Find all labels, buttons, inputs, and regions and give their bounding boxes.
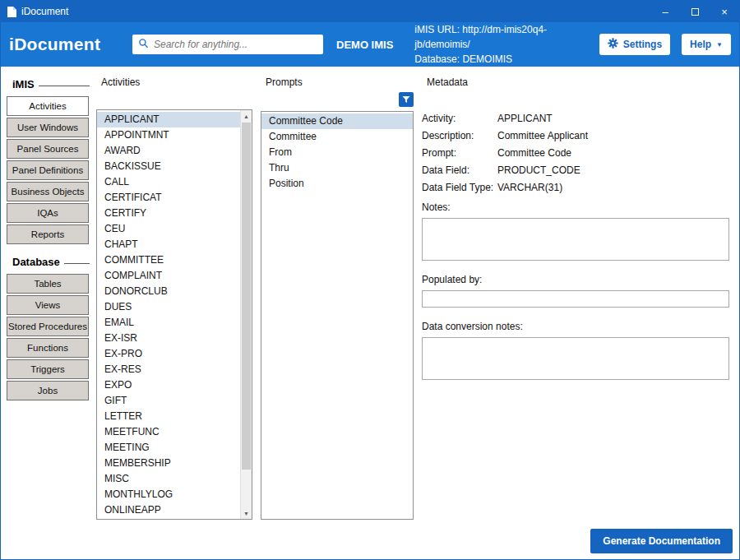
activity-list-item[interactable]: CERTIFICAT <box>97 190 240 206</box>
sidebar-tab[interactable]: Reports <box>7 224 89 244</box>
activity-list-item[interactable]: CALL <box>97 174 240 190</box>
document-icon <box>7 7 16 17</box>
sidebar-tab[interactable]: Triggers <box>7 359 89 379</box>
scroll-down-icon[interactable]: ▼ <box>241 507 252 519</box>
sidebar-tab[interactable]: Panel Definitions <box>7 160 89 180</box>
titlebar: iDocument – × <box>1 1 739 22</box>
footer: Generate Documentation <box>1 528 739 559</box>
activity-list-item[interactable]: DONORCLUB <box>97 284 240 299</box>
app-body: iMIS ActivitiesUser WindowsPanel Sources… <box>1 67 739 528</box>
sidebar-tab[interactable]: Panel Sources <box>7 139 89 159</box>
activity-list-item[interactable]: MEMBERSHIP <box>97 456 240 471</box>
filter-icon[interactable] <box>399 92 414 107</box>
activity-list-item[interactable]: CHAPT <box>97 237 240 252</box>
window-controls: – × <box>650 1 739 22</box>
sidebar-tabs-database: TablesViewsStored ProceduresFunctionsTri… <box>6 274 90 400</box>
sidebar-section-imis: iMIS ActivitiesUser WindowsPanel Sources… <box>6 78 90 244</box>
prompt-list-item[interactable]: Committee <box>261 129 413 145</box>
environment-label: DEMO IMIS <box>336 39 393 51</box>
sidebar-tab[interactable]: User Windows <box>7 118 89 137</box>
app-header: iDocument DEMO IMIS iMIS URL: http://dm-… <box>1 22 739 67</box>
metadata-field-label: Data Field Type: <box>422 182 497 193</box>
prompts-column-title: Prompts <box>266 76 414 90</box>
prompts-toolbar <box>261 90 414 111</box>
scroll-up-icon[interactable]: ▲ <box>241 110 252 122</box>
search-box[interactable] <box>132 35 323 54</box>
prompt-list-item[interactable]: From <box>261 145 413 160</box>
prompt-list-item[interactable]: Thru <box>261 160 413 176</box>
sidebar-tab[interactable]: Jobs <box>7 381 89 400</box>
activity-list-item[interactable]: CERTIFY <box>97 206 240 221</box>
activity-list-item[interactable]: EX-ISR <box>97 331 240 346</box>
metadata-field-value: PRODUCT_CODE <box>497 164 580 176</box>
activity-list-item[interactable]: MONTHLYLOG <box>97 487 240 502</box>
activity-list-item[interactable]: COMPLAINT <box>97 268 240 284</box>
activity-list-item[interactable]: EX-PRO <box>97 346 240 362</box>
activity-list-item[interactable]: APPOINTMNT <box>97 127 240 143</box>
activity-list-item[interactable]: ORDER <box>97 518 240 519</box>
settings-button-label: Settings <box>623 39 662 50</box>
sidebar-tab[interactable]: Views <box>7 295 89 315</box>
notes-label: Notes: <box>422 201 729 213</box>
activity-list-item[interactable]: CEU <box>97 221 240 237</box>
metadata-field-value: Committee Code <box>497 147 571 159</box>
activity-list-item[interactable]: ONLINEAPP <box>97 502 240 518</box>
metadata-row: Data Field: PRODUCT_CODE <box>422 164 729 176</box>
divider <box>64 263 90 264</box>
metadata-field-value: Committee Applicant <box>497 130 588 141</box>
activity-list-item[interactable]: LETTER <box>97 409 240 424</box>
minimize-button[interactable]: – <box>650 1 680 22</box>
maximize-button[interactable] <box>680 1 710 22</box>
activity-list-item[interactable]: DUES <box>97 299 240 315</box>
metadata-row: Activity: APPLICANT <box>422 113 729 124</box>
sidebar-tab[interactable]: Activities <box>7 96 89 116</box>
prompt-list-item[interactable]: Committee Code <box>261 113 413 129</box>
activity-list-item[interactable]: COMMITTEE <box>97 252 240 268</box>
activity-list-item[interactable]: BACKISSUE <box>97 159 240 174</box>
settings-button[interactable]: Settings <box>599 34 670 55</box>
sidebar-tab[interactable]: Business Objects <box>7 182 89 201</box>
imis-url-label: iMIS URL: http://dm-imis20q4-jb/demoimis… <box>414 22 599 52</box>
data-conversion-notes-textarea[interactable] <box>422 337 729 380</box>
help-button[interactable]: Help ▼ <box>682 34 731 55</box>
scrollbar-thumb[interactable] <box>242 123 251 470</box>
sidebar-tab[interactable]: Tables <box>7 274 89 294</box>
notes-textarea[interactable] <box>422 218 729 261</box>
sidebar-tab[interactable]: IQAs <box>7 203 89 223</box>
activity-list-item[interactable]: MEETING <box>97 440 240 456</box>
activity-list-item[interactable]: EX-RES <box>97 362 240 377</box>
window-title: iDocument <box>21 6 68 17</box>
metadata-row: Description: Committee Applicant <box>422 130 729 141</box>
metadata-field-value: APPLICANT <box>497 113 553 124</box>
scrollbar-track[interactable] <box>241 122 252 507</box>
sidebar: iMIS ActivitiesUser WindowsPanel Sources… <box>1 67 93 528</box>
activities-list: APPLICANTAPPOINTMNTAWARDBACKISSUECALLCER… <box>97 110 240 519</box>
app-logo: iDocument <box>9 35 132 54</box>
chevron-down-icon: ▼ <box>716 41 723 49</box>
sidebar-heading-database: Database <box>12 256 90 268</box>
activities-scrollbar[interactable]: ▲ ▼ <box>240 110 252 519</box>
activity-list-item[interactable]: EMAIL <box>97 315 240 331</box>
activity-list-item[interactable]: GIFT <box>97 393 240 409</box>
activity-list-item[interactable]: AWARD <box>97 143 240 159</box>
populated-by-input[interactable] <box>422 290 729 308</box>
sidebar-section-database: Database TablesViewsStored ProceduresFun… <box>6 256 90 400</box>
metadata-field-label: Prompt: <box>422 147 497 159</box>
metadata-row: Prompt: Committee Code <box>422 147 729 159</box>
activity-list-item[interactable]: APPLICANT <box>97 112 240 127</box>
activity-list-item[interactable]: MEETFUNC <box>97 424 240 440</box>
close-button[interactable]: × <box>710 1 739 22</box>
activity-list-item[interactable]: EXPO <box>97 377 240 393</box>
prompts-column: Prompts Committee CodeCommitteeFromThruP… <box>261 72 414 528</box>
gear-icon <box>608 38 618 51</box>
app-window: iDocument – × iDocument DEMO IMIS iMIS U… <box>0 0 740 560</box>
metadata-field-label: Activity: <box>422 113 497 124</box>
sidebar-tab[interactable]: Stored Procedures <box>7 317 89 336</box>
search-input[interactable] <box>154 39 317 50</box>
sidebar-tabs-imis: ActivitiesUser WindowsPanel SourcesPanel… <box>6 96 90 244</box>
sidebar-tab[interactable]: Functions <box>7 338 89 358</box>
prompt-list-item[interactable]: Position <box>261 176 413 192</box>
activity-list-item[interactable]: MISC <box>97 471 240 487</box>
generate-documentation-button[interactable]: Generate Documentation <box>590 529 733 553</box>
sidebar-heading-label: iMIS <box>12 78 35 90</box>
